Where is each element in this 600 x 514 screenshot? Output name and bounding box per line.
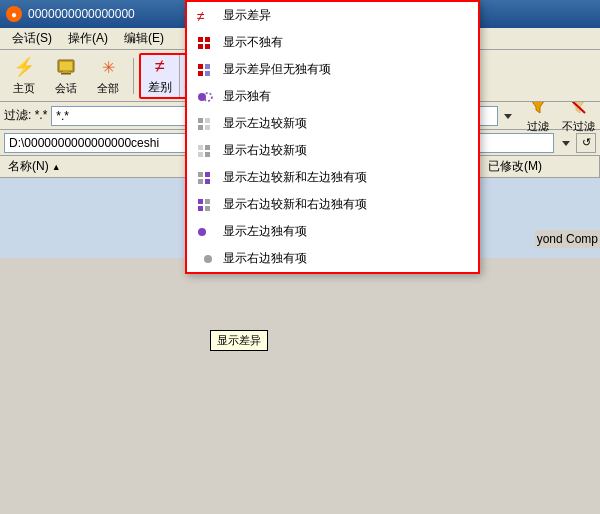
- dropdown-item-diff-no-unique[interactable]: 显示差异但无独有项: [187, 56, 478, 83]
- svg-rect-20: [205, 64, 210, 69]
- all-label: 全部: [97, 81, 119, 96]
- sort-asc-icon: ▲: [52, 162, 61, 172]
- show-right-unique-icon: [197, 252, 213, 266]
- beyond-compare-text: yond Comp: [535, 230, 600, 248]
- menu-session[interactable]: 会话(S): [4, 28, 60, 49]
- svg-rect-22: [205, 71, 210, 76]
- svg-point-42: [204, 255, 212, 263]
- col-modified[interactable]: 已修改(M): [480, 156, 600, 177]
- svg-rect-33: [198, 172, 203, 177]
- svg-rect-29: [198, 145, 203, 150]
- dropdown-item-show-left-new-unique[interactable]: 显示左边较新和左边独有项: [187, 164, 478, 191]
- svg-rect-18: [205, 44, 210, 49]
- show-right-new-icon: [197, 144, 213, 158]
- app-icon: ●: [6, 6, 22, 22]
- path-dropdown-arrow[interactable]: [560, 137, 572, 149]
- filter-icon-btn[interactable]: 过滤: [520, 104, 556, 128]
- svg-rect-32: [205, 152, 210, 157]
- svg-point-41: [198, 228, 206, 236]
- svg-rect-3: [61, 73, 71, 75]
- dropdown-item-show-left-new[interactable]: 显示左边较新项: [187, 110, 478, 137]
- show-left-unique-icon: [197, 225, 213, 239]
- diff-icon: ≠: [155, 56, 165, 77]
- svg-rect-30: [205, 145, 210, 150]
- home-label: 主页: [13, 81, 35, 96]
- toolbar-diff-button[interactable]: ≠ 差别: [141, 55, 179, 97]
- dropdown-menu: ≠ 显示差异 显示不独有: [185, 0, 480, 274]
- dropdown-item-show-left-unique[interactable]: 显示左边独有项: [187, 218, 478, 245]
- svg-rect-19: [198, 64, 203, 69]
- svg-rect-31: [198, 152, 203, 157]
- all-icon: ✳: [96, 56, 120, 79]
- dropdown-item-show-diff[interactable]: ≠ 显示差异: [187, 2, 478, 29]
- diff-no-unique-icon: [197, 63, 213, 77]
- svg-rect-36: [205, 179, 210, 184]
- show-left-new-icon: [197, 117, 213, 131]
- svg-rect-17: [198, 44, 203, 49]
- svg-marker-13: [562, 141, 570, 146]
- svg-rect-15: [198, 37, 203, 42]
- menu-edit[interactable]: 编辑(E): [116, 28, 172, 49]
- filter-label: 过滤: *.*: [4, 107, 47, 124]
- svg-rect-28: [205, 125, 210, 130]
- show-left-new-unique-icon: [197, 171, 213, 185]
- svg-rect-26: [205, 118, 210, 123]
- svg-rect-27: [198, 125, 203, 130]
- main-window: ● 0000000000000000 会话(S) 操作(A) 编辑(E) ⚡ 主…: [0, 0, 600, 514]
- session-label: 会话: [55, 81, 77, 96]
- svg-text:≠: ≠: [197, 9, 205, 23]
- svg-rect-21: [198, 71, 203, 76]
- session-icon: [54, 56, 78, 79]
- separator-1: [133, 58, 134, 94]
- dropdown-item-show-right-new-unique[interactable]: 显示右边较新和右边独有项: [187, 191, 478, 218]
- tooltip-show-diff: 显示差异: [210, 330, 268, 351]
- svg-rect-25: [198, 118, 203, 123]
- dropdown-item-show-unique[interactable]: 显示不独有: [187, 29, 478, 56]
- svg-rect-35: [198, 179, 203, 184]
- menu-operation[interactable]: 操作(A): [60, 28, 116, 49]
- show-right-new-unique-icon: [197, 198, 213, 212]
- show-unique-icon: [197, 36, 213, 50]
- home-icon: ⚡: [12, 56, 36, 79]
- svg-rect-40: [205, 206, 210, 211]
- dropdown-item-show-right-new[interactable]: 显示右边较新项: [187, 137, 478, 164]
- no-filter-btn[interactable]: 不过滤: [560, 104, 596, 128]
- svg-rect-34: [205, 172, 210, 177]
- show-only-icon: [197, 90, 213, 104]
- svg-rect-39: [198, 206, 203, 211]
- filter-dropdown-arrow[interactable]: [502, 110, 514, 122]
- svg-rect-16: [205, 37, 210, 42]
- svg-rect-1: [60, 62, 72, 70]
- svg-rect-38: [205, 199, 210, 204]
- path-back-button[interactable]: ↺: [576, 133, 596, 153]
- dropdown-item-show-only[interactable]: 显示独有: [187, 83, 478, 110]
- svg-rect-37: [198, 199, 203, 204]
- toolbar-session-button[interactable]: 会话: [46, 53, 86, 99]
- dropdown-item-show-right-unique[interactable]: 显示右边独有项: [187, 245, 478, 272]
- svg-marker-9: [504, 114, 512, 119]
- toolbar-all-button[interactable]: ✳ 全部: [88, 53, 128, 99]
- show-diff-icon: ≠: [197, 9, 213, 23]
- diff-label: 差别: [148, 79, 172, 96]
- svg-rect-2: [63, 70, 69, 73]
- toolbar-home-button[interactable]: ⚡ 主页: [4, 53, 44, 99]
